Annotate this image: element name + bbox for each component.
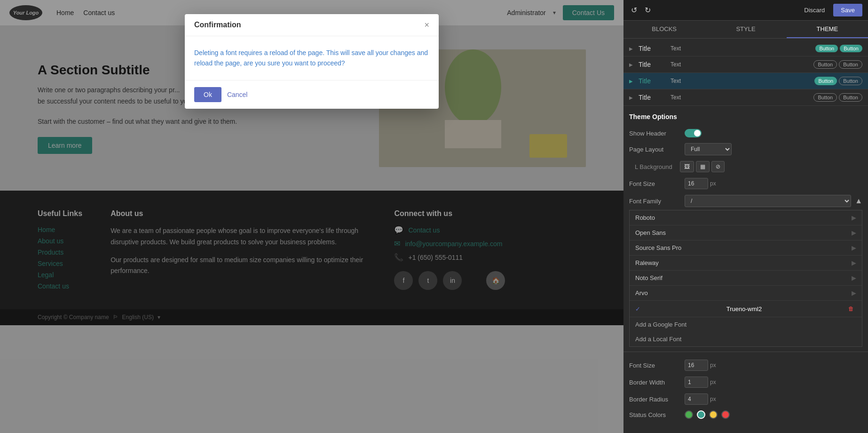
bottom-font-size-input-group: px: [685, 360, 716, 371]
panel-top-bar: ↺ ↻ Discard Save: [623, 0, 868, 21]
arrow-icon-4: ▶: [629, 95, 633, 100]
add-local-font-button[interactable]: Add a Local Font: [630, 332, 862, 346]
border-radius-row: Border Radius px: [629, 391, 862, 408]
font-sourcesanspro[interactable]: Source Sans Pro ▶: [630, 241, 862, 256]
theme-row-3-text: Text: [671, 78, 689, 84]
theme-preview-rows: ▶ Title Text Button Button ▶ Title Text …: [623, 39, 868, 108]
panel-tabs: BLOCKS STYLE THEME: [623, 21, 868, 39]
font-roboto-label: Roboto: [635, 214, 655, 221]
font-trueno-label: Trueno-wml2: [726, 305, 762, 313]
theme-row-4-btn2[interactable]: Button: [839, 93, 862, 102]
theme-row-2[interactable]: ▶ Title Text Button Button: [623, 56, 868, 73]
bg-image-btn[interactable]: 🖼: [680, 161, 694, 172]
font-trueno-delete-button[interactable]: 🗑: [846, 305, 856, 313]
chevron-opensans-icon: ▶: [852, 229, 856, 236]
theme-row-2-buttons: Button Button: [813, 60, 862, 69]
font-family-row: Font Family / ▲: [629, 192, 862, 210]
font-opensans[interactable]: Open Sans ▶: [630, 225, 862, 241]
chevron-roboto-icon: ▶: [852, 214, 856, 221]
redo-button[interactable]: ↻: [643, 4, 653, 16]
border-radius-label: Border Radius: [629, 396, 681, 403]
font-size-input[interactable]: [685, 178, 708, 189]
theme-row-1[interactable]: ▶ Title Text Button Button: [623, 41, 868, 56]
font-sourcesanspro-label: Source Sans Pro: [635, 244, 681, 251]
checkmark-icon: ✓: [635, 305, 640, 313]
tab-blocks[interactable]: BLOCKS: [623, 21, 705, 38]
font-family-select[interactable]: /: [685, 195, 851, 207]
tab-style[interactable]: STYLE: [705, 21, 786, 38]
modal-overlay: Confirmation × Deleting a font requires …: [0, 0, 623, 433]
bottom-font-size-input[interactable]: [685, 360, 708, 371]
theme-row-1-text: Text: [671, 45, 689, 52]
theme-row-2-btn2[interactable]: Button: [839, 60, 862, 69]
tab-theme[interactable]: THEME: [787, 21, 868, 38]
panel-actions-right: Discard Save: [799, 4, 862, 16]
bottom-options: Font Size px Border Width px Border Radi…: [623, 352, 868, 426]
theme-row-1-title: Title: [639, 45, 667, 52]
theme-row-3-buttons: Button Button: [814, 77, 862, 85]
font-raleway[interactable]: Raleway ▶: [630, 256, 862, 271]
status-colors-row: Status Colors: [629, 408, 862, 422]
background-row: L Background 🖼 ▦ ⊘: [629, 158, 862, 175]
add-google-font-button[interactable]: Add a Google Font: [630, 317, 862, 332]
discard-button[interactable]: Discard: [799, 5, 829, 16]
font-size-input-group: px: [685, 178, 716, 189]
border-width-input[interactable]: [685, 377, 708, 388]
font-opensans-label: Open Sans: [635, 229, 666, 236]
bottom-font-size-row: Font Size px: [629, 357, 862, 374]
page-layout-dropdown[interactable]: Full Boxed: [685, 143, 732, 155]
show-header-toggle[interactable]: [685, 129, 702, 137]
modal-body: Deleting a font requires a reload of the…: [185, 36, 439, 80]
undo-button[interactable]: ↺: [629, 4, 639, 16]
arrow-icon-3: ▶: [629, 79, 633, 84]
save-button[interactable]: Save: [833, 4, 862, 16]
border-width-label: Border Width: [629, 379, 681, 386]
border-radius-input-group: px: [685, 393, 716, 405]
chevron-sourcesanspro-icon: ▶: [852, 244, 856, 251]
theme-row-3-btn2[interactable]: Button: [839, 77, 862, 85]
status-color-red[interactable]: [721, 410, 730, 419]
font-size-unit: px: [710, 180, 716, 187]
status-color-teal[interactable]: [697, 410, 705, 419]
page-layout-label: Page Layout: [629, 146, 681, 153]
theme-row-1-btn1[interactable]: Button: [815, 45, 838, 52]
chevron-arvo-icon: ▶: [852, 289, 856, 297]
modal-text: Deleting a font requires a reload of the…: [194, 48, 429, 69]
ok-button[interactable]: Ok: [194, 87, 221, 102]
chevron-notoserif-icon: ▶: [852, 274, 856, 281]
right-panel: ↺ ↻ Discard Save BLOCKS STYLE THEME ▶ Ti…: [623, 0, 868, 433]
theme-row-2-text: Text: [671, 61, 689, 68]
status-color-yellow[interactable]: [709, 410, 718, 419]
modal-close-button[interactable]: ×: [424, 21, 429, 29]
arrow-icon-2: ▶: [629, 62, 633, 67]
bg-none-btn[interactable]: ⊘: [711, 161, 725, 172]
border-radius-unit: px: [710, 396, 716, 402]
theme-row-1-btn2[interactable]: Button: [840, 45, 862, 52]
font-raleway-label: Raleway: [635, 259, 659, 266]
theme-row-4[interactable]: ▶ Title Text Button Button: [623, 89, 868, 106]
border-width-input-group: px: [685, 377, 716, 388]
cancel-button[interactable]: Cancel: [227, 91, 248, 98]
theme-row-3[interactable]: ▶ Title Text Button Button: [623, 73, 868, 89]
status-colors-dots: [685, 410, 730, 419]
bg-grid-btn[interactable]: ▦: [696, 161, 710, 172]
theme-row-2-btn1[interactable]: Button: [813, 60, 837, 69]
border-radius-input[interactable]: [685, 393, 708, 405]
font-trueno[interactable]: ✓ Trueno-wml2 🗑: [630, 301, 862, 317]
background-icon-group: 🖼 ▦ ⊘: [680, 161, 725, 172]
theme-row-4-buttons: Button Button: [813, 93, 862, 102]
show-header-label: Show Header: [629, 130, 681, 137]
font-arvo-label: Arvo: [635, 289, 648, 297]
font-notoserif[interactable]: Noto Serif ▶: [630, 271, 862, 286]
theme-row-4-title: Title: [639, 94, 667, 101]
font-arvo[interactable]: Arvo ▶: [630, 286, 862, 301]
page-layout-row: Page Layout Full Boxed: [629, 140, 862, 158]
bottom-font-size-label: Font Size: [629, 362, 681, 369]
show-header-row: Show Header: [629, 126, 862, 140]
modal-body-text: Deleting a font requires a reload of the…: [194, 49, 324, 56]
font-roboto[interactable]: Roboto ▶: [630, 210, 862, 225]
theme-row-4-btn1[interactable]: Button: [813, 93, 837, 102]
theme-row-3-btn1[interactable]: Button: [814, 77, 837, 85]
bottom-font-size-unit: px: [710, 362, 716, 369]
status-color-green[interactable]: [685, 410, 693, 419]
